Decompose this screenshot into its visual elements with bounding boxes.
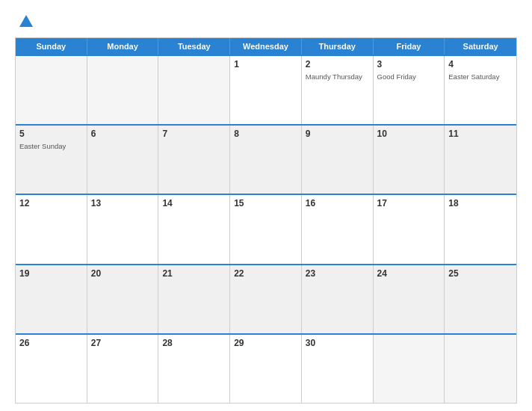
- calendar-cell: 6: [87, 126, 159, 194]
- calendar-cell: 12: [16, 195, 87, 263]
- day-event: Easter Sunday: [19, 142, 83, 151]
- calendar-cell: 27: [87, 335, 159, 403]
- day-number: 16: [306, 198, 369, 210]
- day-number: 7: [162, 129, 226, 140]
- calendar-cell: 24: [374, 265, 445, 333]
- calendar-cell: 16: [302, 195, 374, 263]
- calendar-cell: 26: [16, 335, 87, 403]
- day-number: 9: [306, 129, 369, 140]
- calendar-cell: 2Maundy Thursday: [302, 56, 374, 124]
- calendar-week-3: 12131415161718: [16, 194, 516, 263]
- day-number: 15: [234, 198, 297, 210]
- day-event: Maundy Thursday: [306, 72, 369, 81]
- weekday-friday: Friday: [374, 38, 445, 55]
- calendar-body: 12Maundy Thursday3Good Friday4Easter Sat…: [16, 55, 516, 403]
- calendar-cell: 29: [230, 335, 302, 403]
- calendar-cell: [158, 56, 230, 124]
- calendar-cell: 3Good Friday: [374, 56, 445, 124]
- calendar-cell: 19: [16, 265, 87, 333]
- calendar-cell: 13: [87, 195, 159, 263]
- day-number: 19: [19, 268, 83, 280]
- day-number: 22: [234, 268, 297, 280]
- day-number: 29: [234, 338, 297, 350]
- weekday-saturday: Saturday: [445, 38, 516, 55]
- calendar-cell: 25: [445, 265, 516, 333]
- day-number: 24: [377, 268, 441, 280]
- calendar-cell: 15: [230, 195, 302, 263]
- day-number: 12: [19, 198, 83, 210]
- calendar-cell: 11: [445, 126, 516, 194]
- day-event: Good Friday: [377, 72, 441, 81]
- day-number: 6: [91, 129, 155, 140]
- day-number: 26: [19, 338, 83, 350]
- day-number: 14: [162, 198, 226, 210]
- day-number: 28: [162, 338, 226, 350]
- day-number: 2: [306, 59, 369, 71]
- day-number: 17: [377, 198, 441, 210]
- calendar-cell: 10: [374, 126, 445, 194]
- weekday-wednesday: Wednesday: [230, 38, 302, 55]
- logo: [15, 13, 34, 30]
- weekday-thursday: Thursday: [302, 38, 374, 55]
- day-number: 10: [377, 129, 441, 140]
- calendar-cell: 23: [302, 265, 374, 333]
- calendar-cell: 21: [158, 265, 230, 333]
- calendar-cell: [16, 56, 87, 124]
- weekday-tuesday: Tuesday: [158, 38, 230, 55]
- calendar-cell: 28: [158, 335, 230, 403]
- calendar-cell: 30: [302, 335, 374, 403]
- weekday-sunday: Sunday: [16, 38, 87, 55]
- calendar: Sunday Monday Tuesday Wednesday Thursday…: [15, 37, 517, 404]
- calendar-cell: 18: [445, 195, 516, 263]
- day-number: 18: [448, 198, 513, 210]
- day-number: 1: [234, 59, 297, 71]
- calendar-cell: [445, 335, 516, 403]
- day-number: 23: [306, 268, 369, 280]
- calendar-cell: 20: [87, 265, 159, 333]
- day-number: 25: [448, 268, 513, 280]
- day-event: Easter Saturday: [448, 72, 513, 81]
- calendar-cell: 14: [158, 195, 230, 263]
- logo-triangle-icon: [18, 13, 34, 30]
- calendar-week-1: 12Maundy Thursday3Good Friday4Easter Sat…: [16, 55, 516, 124]
- calendar-week-4: 19202122232425: [16, 264, 516, 333]
- calendar-cell: 9: [302, 126, 374, 194]
- day-number: 8: [234, 129, 297, 140]
- svg-marker-0: [19, 15, 33, 27]
- day-number: 20: [91, 268, 155, 280]
- calendar-week-2: 5Easter Sunday67891011: [16, 124, 516, 194]
- page-header: [15, 13, 517, 30]
- day-number: 30: [306, 338, 369, 350]
- calendar-cell: 17: [374, 195, 445, 263]
- calendar-header: Sunday Monday Tuesday Wednesday Thursday…: [16, 38, 516, 55]
- calendar-cell: 7: [158, 126, 230, 194]
- day-number: 5: [19, 129, 83, 140]
- calendar-cell: [374, 335, 445, 403]
- calendar-cell: 22: [230, 265, 302, 333]
- day-number: 27: [91, 338, 155, 350]
- calendar-cell: 8: [230, 126, 302, 194]
- day-number: 4: [448, 59, 513, 71]
- day-number: 11: [448, 129, 513, 140]
- calendar-cell: 1: [230, 56, 302, 124]
- calendar-cell: 4Easter Saturday: [445, 56, 516, 124]
- calendar-page: Sunday Monday Tuesday Wednesday Thursday…: [0, 0, 532, 411]
- day-number: 3: [377, 59, 441, 71]
- day-number: 13: [91, 198, 155, 210]
- calendar-cell: [87, 56, 159, 124]
- calendar-cell: 5Easter Sunday: [16, 126, 87, 194]
- calendar-week-5: 2627282930: [16, 333, 516, 403]
- day-number: 21: [162, 268, 226, 280]
- weekday-monday: Monday: [87, 38, 159, 55]
